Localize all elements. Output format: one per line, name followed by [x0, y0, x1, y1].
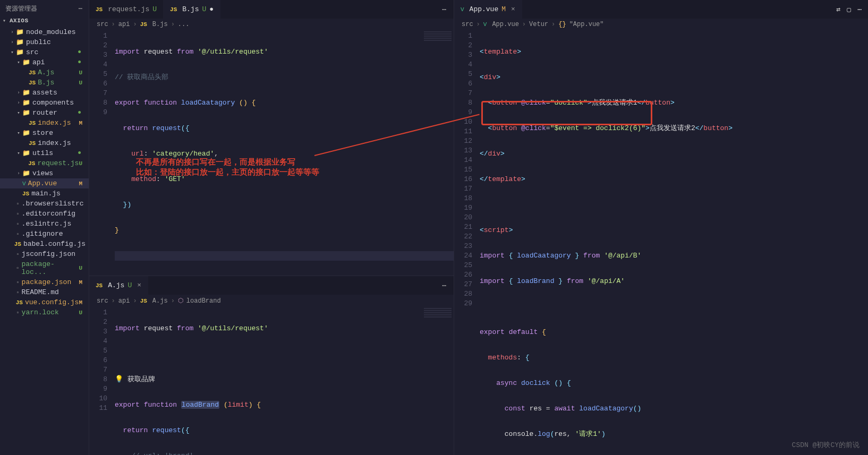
breadcrumb-bottom[interactable]: src› api› JSA.js› ⬡ loadBrand [89, 295, 454, 307]
file-tree: ›📁node_modules›📁public▾📁src•▾📁api•›JSA.j… [0, 27, 89, 317]
folder-icon: 📁 [16, 38, 24, 46]
tree-item-gitignore[interactable]: ›▫.gitignore [0, 229, 89, 239]
folder-icon: 📁 [22, 129, 30, 137]
js-icon: JS [96, 6, 103, 13]
js-icon: JS [96, 282, 103, 289]
tabs-bottom: JS A.js U × ⋯ [89, 276, 454, 295]
minimap[interactable] [422, 30, 454, 276]
tree-item-indexjs[interactable]: ›JSindex.js [0, 138, 89, 148]
editor-app-vue[interactable]: 1234567891011121314151617181920212223242… [454, 30, 868, 455]
tree-item-nodemodules[interactable]: ›📁node_modules [0, 27, 89, 37]
file-icon: ▫ [16, 211, 20, 217]
folder-icon: 📁 [22, 149, 30, 157]
editor-a-js[interactable]: 1234567891011 import request from '@/uti… [89, 307, 454, 455]
tree-item-eslintrcjs[interactable]: ›▫.eslintrc.js [0, 219, 89, 229]
tree-item-editorconfig[interactable]: ›▫.editorconfig [0, 209, 89, 219]
tree-item-src[interactable]: ▾📁src• [0, 47, 89, 57]
tabs-top: JS request.js U JS B.js U ● ⋯ [89, 0, 454, 19]
tree-item-mainjs[interactable]: ›JSmain.js [0, 188, 89, 199]
annotation-text: 不再是所有的接口写在一起，而是根据业务写 比如：登陆的接口放一起，主页的接口放一… [136, 157, 319, 177]
explorer-sidebar: 资源管理器 ⋯ AXIOS ›📁node_modules›📁public▾📁sr… [0, 0, 89, 455]
layout-icon[interactable]: ▢ [847, 5, 851, 14]
tree-item-bjs[interactable]: ›JSB.jsU [0, 78, 89, 88]
more-icon[interactable]: ⋯ [436, 276, 454, 295]
tree-item-utils[interactable]: ▾📁utils• [0, 148, 89, 158]
js-icon: JS [14, 241, 21, 247]
folder-icon: 📁 [22, 169, 30, 177]
file-icon: ▫ [16, 201, 20, 207]
js-icon: JS [16, 299, 23, 306]
minimap[interactable] [422, 307, 454, 455]
js-icon: JS [28, 160, 35, 167]
explorer-title: 资源管理器 [5, 4, 37, 13]
vue-icon: V [461, 6, 464, 13]
tree-item-jsconfigjson[interactable]: ›▫jsconfig.json [0, 249, 89, 259]
watermark: CSDN @初映CY的前说 [792, 440, 860, 450]
breadcrumb-right[interactable]: src› VApp.vue› Vetur› {} "App.vue" [454, 19, 868, 30]
tree-item-public[interactable]: ›📁public [0, 37, 89, 47]
js-icon: JS [170, 6, 177, 13]
vue-icon: V [22, 181, 26, 187]
tree-item-assets[interactable]: ›📁assets [0, 88, 89, 98]
breadcrumb-top[interactable]: src› api› JSB.js› ... [89, 19, 454, 30]
tree-item-yarnlock[interactable]: ›▫yarn.lockU [0, 307, 89, 317]
folder-icon: 📁 [22, 109, 30, 117]
compare-icon[interactable]: ⇄ [837, 5, 841, 14]
js-icon: JS [29, 120, 36, 126]
tree-item-store[interactable]: ▾📁store [0, 128, 89, 138]
js-icon: JS [29, 80, 36, 86]
tree-item-api[interactable]: ▾📁api• [0, 57, 89, 67]
tree-item-browserslistrc[interactable]: ›▫.browserslistrc [0, 199, 89, 209]
file-icon: ▫ [16, 279, 20, 286]
tab-a-js[interactable]: JS A.js U × [89, 276, 148, 295]
tree-item-views[interactable]: ›📁views [0, 168, 89, 178]
project-section[interactable]: AXIOS [0, 15, 89, 27]
file-icon: ▫ [16, 221, 20, 227]
tree-item-ajs[interactable]: ›JSA.jsU [0, 67, 89, 78]
tree-item-indexjs[interactable]: ›JSindex.jsM [0, 118, 89, 128]
file-icon: ▫ [16, 289, 20, 296]
folder-icon: 📁 [22, 89, 30, 97]
folder-icon: 📁 [22, 99, 30, 107]
tree-item-components[interactable]: ›📁components [0, 98, 89, 108]
js-icon: JS [22, 191, 29, 197]
tree-item-packageloc[interactable]: ›▫package-loc...U [0, 259, 89, 277]
tree-item-vueconfigjs[interactable]: ›JSvue.config.jsM [0, 297, 89, 307]
js-icon: JS [29, 140, 36, 147]
folder-icon: 📁 [22, 58, 30, 66]
close-icon[interactable]: × [137, 281, 141, 289]
folder-icon: 📁 [16, 48, 24, 56]
tree-item-babelconfigjs[interactable]: ›JSbabel.config.js [0, 239, 89, 249]
file-icon: ▫ [16, 231, 20, 237]
close-icon[interactable]: × [511, 5, 515, 13]
tree-item-packagejson[interactable]: ›▫package.jsonM [0, 277, 89, 287]
file-icon: ▫ [16, 251, 20, 257]
tab-request-js[interactable]: JS request.js U [89, 0, 164, 19]
dirty-dot-icon: ● [209, 5, 214, 13]
tab-app-vue[interactable]: V App.vue M × [454, 0, 522, 19]
js-icon: JS [29, 70, 36, 76]
tree-item-router[interactable]: ▾📁router• [0, 108, 89, 118]
tabs-right: V App.vue M × ⇄ ▢ ⋯ [454, 0, 868, 19]
more-icon[interactable]: ⋯ [857, 5, 862, 14]
folder-icon: 📁 [16, 28, 24, 36]
file-icon: ▫ [16, 310, 20, 316]
tab-b-js[interactable]: JS B.js U ● [164, 0, 220, 19]
tree-item-appvue[interactable]: ›VApp.vueM [0, 178, 89, 188]
more-icon[interactable]: ⋯ [436, 0, 454, 19]
file-icon: ▫ [16, 265, 20, 271]
editor-b-js[interactable]: 123456789 import request from '@/utils/r… [89, 30, 454, 276]
tree-item-readmemd[interactable]: ›▫README.md [0, 287, 89, 297]
tree-item-requestjs[interactable]: ›JSrequest.jsU [0, 158, 89, 168]
more-icon[interactable]: ⋯ [79, 5, 83, 13]
